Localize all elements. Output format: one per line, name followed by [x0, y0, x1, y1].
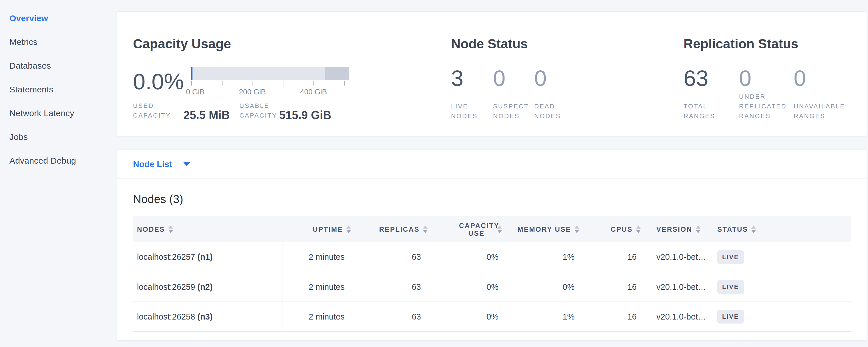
node-list-dropdown-label: Node List [133, 159, 172, 169]
sidebar: Overview Metrics Databases Statements Ne… [0, 0, 117, 347]
node-capacity-use: 0% [430, 272, 502, 302]
node-uptime: 2 minutes [283, 302, 362, 332]
used-capacity-value: 25.5 MiB [183, 109, 239, 121]
node-capacity-use: 0% [430, 302, 502, 332]
node-status-title: Node Status [451, 37, 684, 51]
node-capacity-use: 0% [430, 242, 502, 272]
used-capacity-label: USED CAPACITY [133, 101, 183, 121]
table-row-node-2[interactable]: localhost:26259 (n2) 2 minutes 63 0% 0% … [133, 272, 851, 302]
column-header-capacity-use: CAPACITY USE [459, 222, 494, 237]
sort-icon[interactable] [696, 225, 701, 233]
sidebar-item-jobs[interactable]: Jobs [9, 125, 117, 149]
node-address: localhost:26257 [137, 252, 195, 261]
node-cpus: 16 [579, 272, 641, 302]
suspect-nodes-label: SUSPECT NODES [493, 101, 530, 121]
dead-nodes-label: DEAD NODES [534, 101, 568, 121]
node-cpus: 16 [579, 242, 641, 272]
axis-label-0gib: 0 GiB [186, 88, 205, 96]
capacity-used-percent: 0.0% [133, 70, 183, 93]
sidebar-item-advanced-debug[interactable]: Advanced Debug [9, 149, 117, 172]
unavailable-ranges-label: UNAVAILABLE RANGES [794, 101, 851, 121]
node-uptime: 2 minutes [283, 272, 362, 302]
node-name: (n1) [197, 252, 213, 261]
node-version: v20.1.0-bet… [641, 242, 712, 272]
capacity-footer: USED CAPACITY 25.5 MiB USABLE CAPACITY 5… [133, 101, 451, 121]
status-badge: LIVE [717, 310, 744, 323]
cluster-summary-card: Capacity Usage 0.0% [117, 11, 867, 136]
column-header-status: STATUS [717, 225, 748, 233]
node-list-card: Node List Nodes (3) NODES UPTIME [117, 150, 867, 341]
capacity-bar-used-segment [191, 67, 192, 80]
sort-icon[interactable] [346, 225, 351, 233]
unavailable-ranges-value: 0 [794, 67, 851, 89]
capacity-usage-title: Capacity Usage [133, 37, 451, 51]
node-memory-use: 1% [502, 242, 579, 272]
column-header-cpus: CPUS [611, 225, 632, 233]
replication-status-title: Replication Status [684, 37, 851, 51]
usable-capacity-value: 515.9 GiB [279, 109, 331, 121]
node-version: v20.1.0-bet… [641, 272, 712, 302]
capacity-bar-chart: 0 GiB 200 GiB 400 GiB [191, 67, 349, 96]
capacity-usage-section: Capacity Usage 0.0% [133, 12, 451, 136]
suspect-nodes-value: 0 [493, 67, 534, 89]
axis-label-400gib: 400 GiB [300, 88, 327, 96]
node-memory-use: 1% [502, 302, 579, 332]
live-nodes-label: LIVE NODES [451, 101, 485, 121]
node-cpus: 16 [579, 302, 641, 332]
sort-icon[interactable] [168, 225, 173, 233]
total-ranges-label: TOTAL RANGES [684, 101, 718, 121]
sidebar-item-statements[interactable]: Statements [9, 77, 117, 101]
usable-capacity-label: USABLE CAPACITY [239, 101, 279, 121]
node-uptime: 2 minutes [283, 242, 362, 272]
sort-icon[interactable] [751, 225, 756, 233]
sidebar-item-metrics[interactable]: Metrics [9, 30, 117, 54]
status-badge: LIVE [717, 280, 744, 294]
live-nodes-value: 3 [451, 67, 493, 89]
column-header-replicas: REPLICAS [379, 225, 420, 233]
under-replicated-ranges-label: UNDER-REPLICATED RANGES [739, 92, 789, 121]
column-header-uptime: UPTIME [313, 225, 343, 233]
capacity-axis-labels: 0 GiB 200 GiB 400 GiB [191, 88, 349, 96]
sort-icon[interactable] [636, 225, 641, 233]
node-replicas: 63 [362, 302, 430, 332]
table-row-node-3[interactable]: localhost:26258 (n3) 2 minutes 63 0% 1% … [133, 302, 851, 332]
main-content: Capacity Usage 0.0% [117, 0, 868, 347]
column-header-version: VERSION [656, 225, 692, 233]
node-replicas: 63 [362, 272, 430, 302]
node-version: v20.1.0-bet… [641, 302, 712, 332]
sidebar-item-network-latency[interactable]: Network Latency [9, 101, 117, 125]
nodes-section-title: Nodes (3) [133, 193, 851, 206]
sort-icon[interactable] [497, 225, 502, 233]
nodes-table: NODES UPTIME REPLICAS CAPACITY USE [133, 216, 851, 332]
node-name: (n2) [197, 282, 213, 291]
sidebar-item-overview[interactable]: Overview [9, 6, 117, 30]
capacity-bar [191, 67, 349, 80]
under-replicated-ranges-value: 0 [739, 67, 794, 89]
node-address: localhost:26258 [137, 312, 195, 321]
sidebar-item-databases[interactable]: Databases [9, 54, 117, 77]
capacity-axis-ticks [191, 81, 349, 86]
sort-icon[interactable] [575, 225, 579, 233]
sort-icon[interactable] [423, 225, 428, 233]
node-replicas: 63 [362, 242, 430, 272]
total-ranges-value: 63 [684, 67, 739, 89]
node-memory-use: 0% [502, 272, 579, 302]
node-address: localhost:26259 [137, 282, 195, 291]
table-row-node-1[interactable]: localhost:26257 (n1) 2 minutes 63 0% 1% … [133, 242, 851, 272]
capacity-bar-nonusable-segment [325, 67, 349, 80]
column-header-memory-use: MEMORY USE [517, 225, 571, 233]
dead-nodes-value: 0 [534, 67, 684, 89]
axis-label-200gib: 200 GiB [239, 88, 266, 96]
node-list-dropdown[interactable]: Node List [117, 150, 867, 179]
chevron-down-icon [183, 162, 190, 166]
node-name: (n3) [197, 312, 213, 321]
column-header-nodes: NODES [137, 225, 165, 233]
replication-status-section: Replication Status 63 0 0 TOTAL RANGES U… [684, 12, 851, 136]
nodes-table-header-row: NODES UPTIME REPLICAS CAPACITY USE [133, 216, 851, 242]
status-badge: LIVE [717, 250, 744, 264]
node-status-section: Node Status 3 0 0 LIVE NODES SUSPECT NOD… [451, 12, 684, 136]
